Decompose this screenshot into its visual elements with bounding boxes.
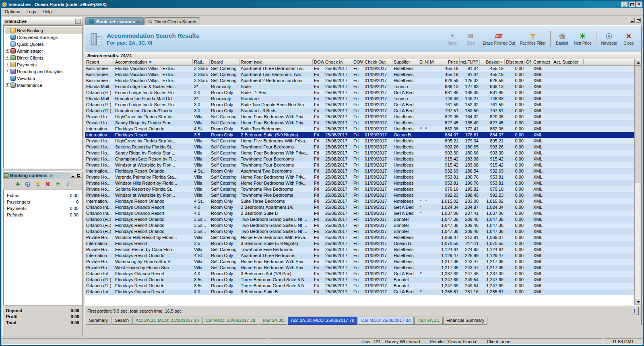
table-row[interactable]: Private Ho...Sandy Ridge by Florida Star… <box>85 120 634 126</box>
sidebar-item-viewdata[interactable]: + Viewdata <box>5 75 82 82</box>
booking-contents-restore-button[interactable] <box>76 173 81 178</box>
mdi-restore-button[interactable] <box>636 18 641 23</box>
close-button[interactable]: Close <box>619 32 638 46</box>
web-button[interactable] <box>24 181 31 187</box>
basket-button[interactable]: Basket <box>553 32 572 46</box>
table-row[interactable]: Internation...Floridays Resort Orlando4 … <box>85 168 634 174</box>
table-row[interactable]: Private Ho...ChampionsGate Resort by Fl.… <box>85 156 634 162</box>
table-row[interactable]: Private Ho...Solterra Resort by Florida … <box>85 186 634 192</box>
column-header-rating[interactable]: Rati... <box>193 59 210 66</box>
nett-price-button[interactable]: Nett Price <box>572 32 594 46</box>
mdi-minimize-button[interactable] <box>630 18 635 23</box>
menu-logs[interactable]: Logs <box>23 8 39 15</box>
table-row[interactable]: Internation...Floridays Resort3.5Room On… <box>85 241 634 247</box>
tab-booking-ref[interactable]: Book. ref.: <none> × <box>85 17 144 25</box>
table-row[interactable]: Orlando (FL)Econo Lodge Inn & Suites Flo… <box>85 102 634 108</box>
table-row[interactable]: Orlando (FL)Hampton Inn Orlando/Florida.… <box>85 108 634 114</box>
table-row[interactable]: KissimmeeFlorida Vacation Villas - Extra… <box>85 66 634 72</box>
scroll-up-button[interactable] <box>635 59 641 66</box>
booking-contents-minimize-button[interactable] <box>70 173 75 178</box>
column-header-accommodation[interactable]: Accommodation <box>114 59 193 66</box>
column-header-nr[interactable]: NR <box>423 59 429 66</box>
sidebar-item-maintenance[interactable]: + Maintenance <box>5 82 82 89</box>
sidebar-item-payments[interactable]: + Payments <box>5 61 82 68</box>
column-header-contract[interactable]: Contract <box>532 59 552 66</box>
table-row[interactable]: Orlando Int...Floridays Orlando Resort4.… <box>85 210 634 216</box>
table-row[interactable]: Internation...Floridays Resort Orlando4 … <box>85 126 634 132</box>
column-header-resort[interactable]: Resort <box>85 59 114 66</box>
expand-icon[interactable]: + <box>6 49 9 53</box>
sidebar-item-completed-bookings[interactable]: + Completed Bookings <box>5 34 82 41</box>
expand-icon[interactable]: + <box>6 83 9 87</box>
scroll-down-button[interactable] <box>635 299 641 305</box>
sidebar-item-quick-quotes[interactable]: + Quick Quotes <box>5 41 82 47</box>
table-row[interactable]: Private Ho...West Haven by Florida Star … <box>85 265 634 271</box>
table-row[interactable]: Florida Mall ...EconoLodge Inn & Suites … <box>85 84 634 90</box>
expand-icon[interactable]: + <box>6 70 9 73</box>
bottom-tab-car-2[interactable]: Car MCO; 25/08/2017 8d <box>358 317 414 325</box>
table-row[interactable]: KissimmeeFlorida Vacation Villas - Extra… <box>85 78 634 84</box>
table-row[interactable]: Internation...Floridays Resort3.5Room On… <box>85 132 634 138</box>
table-row[interactable]: Orlando Int...Floridays Orlando Resort4.… <box>85 204 634 210</box>
sidebar-item-new-booking[interactable]: + New Booking <box>5 27 82 34</box>
tab-close-icon[interactable]: × <box>137 20 140 24</box>
table-row[interactable]: Private Ho...Solterra Resort by Florida … <box>85 144 634 150</box>
column-header-check-out[interactable]: Check Out <box>363 59 392 66</box>
column-header-dow-out[interactable]: DOW <box>352 59 363 66</box>
bottom-tab-tour-1[interactable]: Tour 2A,3C <box>259 317 287 325</box>
minimize-button[interactable] <box>621 2 628 7</box>
bottom-tab-acc-2[interactable]: Acc 2A,3C MCO; 25/08/2017 7n <box>288 317 357 325</box>
table-row[interactable]: Private Ho...Windsor at Westside by Flor… <box>85 192 634 198</box>
column-header-discount[interactable]: Discount <box>505 59 525 66</box>
table-row[interactable]: Orlando (FL)Floridays Resort Orlando3.5s… <box>85 222 634 229</box>
list-item-passengers[interactable]: Passengers 0 <box>4 199 82 205</box>
bottom-tab-financial-summary[interactable]: Financial Summary <box>443 317 487 325</box>
maximize-button[interactable] <box>629 2 635 7</box>
column-header-supplier[interactable]: Supplier <box>392 59 418 66</box>
sidebar-item-direct-clients[interactable]: + Direct Clients <box>5 54 82 61</box>
table-row[interactable]: Internation...Floridays Resort Orlando4 … <box>85 198 634 204</box>
table-row[interactable]: Private Ho...Festival Resort by Casa Flo… <box>85 247 634 253</box>
move-up-button[interactable] <box>54 181 61 187</box>
column-header-board[interactable]: Board <box>210 59 239 66</box>
column-header-of[interactable]: Of <box>525 59 532 66</box>
scrollbar-thumb[interactable] <box>635 66 641 183</box>
table-row[interactable]: Private Ho...Windsor at Westside by Flor… <box>85 162 634 168</box>
list-item-payments[interactable]: Payments 0.00 <box>4 205 82 212</box>
sidebar-item-administrator[interactable]: + Administrator <box>5 47 82 54</box>
delete-button[interactable] <box>44 181 51 187</box>
table-row[interactable]: Orlando Int...Floridays Orlando Resort4.… <box>85 271 634 277</box>
table-row[interactable]: Private Ho...Watersong by Florida Star V… <box>85 259 634 265</box>
expand-icon[interactable]: + <box>6 56 9 60</box>
table-row[interactable]: Orlando (FL)Floridays Resort Orlando3.5s… <box>85 229 634 235</box>
collapse-button[interactable]: – <box>75 19 81 24</box>
column-header-check-in[interactable]: Check In <box>324 59 352 66</box>
column-header-ms[interactable]: MS <box>429 59 434 66</box>
table-row[interactable]: Orlando (FL)Floridays Resort Orlando3.5s… <box>85 277 634 283</box>
add-item-button[interactable] <box>14 181 21 187</box>
table-row[interactable]: Orlando (FL)Econo Lodge Inn & Suites Flo… <box>85 90 634 96</box>
transfer-button[interactable] <box>34 181 41 187</box>
navigate-button[interactable]: Navigate <box>599 32 619 46</box>
tab-direct-clients-search[interactable]: Direct Clients Search <box>144 17 200 25</box>
info-button[interactable]: i <box>64 181 71 187</box>
list-item-extras[interactable]: Extras 0.00 <box>4 192 82 199</box>
table-row[interactable]: Orlando (FL)Floridays Resort Orlando3.5s… <box>85 216 634 222</box>
table-row[interactable]: Private Ho...Windsor Hills Resort by Flo… <box>85 235 634 241</box>
more-button[interactable]: More <box>443 32 462 46</box>
booking-contents-close-icon[interactable]: × <box>49 173 53 177</box>
column-header-room-type[interactable]: Room type <box>239 59 313 66</box>
scrollbar-track[interactable] <box>635 66 641 299</box>
filter-funnel-icon[interactable] <box>149 61 152 64</box>
table-row[interactable]: Private Ho...Sandy Ridge by Florida Star… <box>85 150 634 156</box>
expand-icon[interactable]: + <box>6 63 9 66</box>
info-button[interactable]: i <box>630 307 639 315</box>
facilities-filter-button[interactable]: Facilities Filter <box>518 32 548 46</box>
vertical-scrollbar[interactable] <box>634 59 641 305</box>
sidebar-item-reporting-and-analytics[interactable]: + Reporting and Analytics <box>5 68 82 75</box>
column-header-dow-in[interactable]: DOW <box>313 59 324 66</box>
bottom-tab-tour-2[interactable]: Tour 2A,3C <box>414 317 443 325</box>
column-header-incl-fl-pp[interactable]: Incl.Fl.PP <box>460 59 480 66</box>
bottom-tab-car-1[interactable]: Car MCO; 23/08/2017 3d <box>202 317 258 325</box>
table-row[interactable]: Internation...Floridays Resort Orlando4 … <box>85 253 634 259</box>
